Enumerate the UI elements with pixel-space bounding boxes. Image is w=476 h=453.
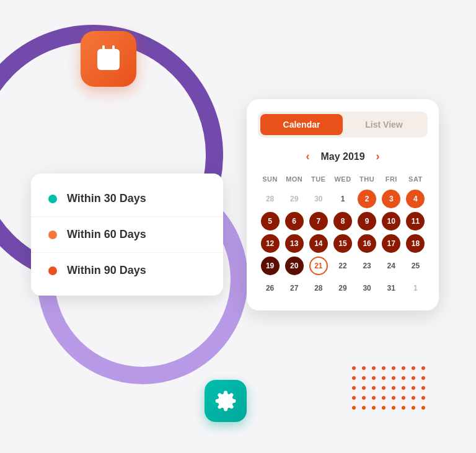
calendar-day[interactable]: 1	[406, 279, 425, 297]
dot	[402, 376, 405, 380]
prev-month-button[interactable]: ‹	[302, 149, 313, 164]
dot	[392, 396, 395, 400]
calendar-day[interactable]: 19	[261, 257, 280, 275]
dot	[402, 366, 405, 370]
calendar-day[interactable]: 5	[261, 212, 280, 231]
filter-label: Within 30 Days	[67, 192, 146, 205]
filter-label: Within 90 Days	[67, 264, 146, 277]
calendar-day[interactable]: 13	[285, 234, 304, 253]
calendar-cell: 11	[403, 210, 428, 232]
calendar-day[interactable]: 26	[261, 279, 280, 297]
dot	[352, 406, 356, 410]
dot	[392, 366, 395, 370]
calendar-cell: 30	[355, 277, 379, 299]
calendar-cell: 26	[258, 277, 282, 299]
calendar-day[interactable]: 10	[382, 212, 400, 231]
dot	[412, 376, 415, 380]
calendar-cell: 21	[306, 255, 330, 277]
settings-icon-badge	[205, 380, 247, 422]
dot	[372, 396, 376, 400]
calendar-icon-badge	[81, 31, 136, 87]
calendar-day[interactable]: 9	[358, 212, 376, 231]
list-view-button[interactable]: List View	[343, 114, 425, 135]
calendar-cell: 14	[306, 232, 330, 255]
calendar-cell: 5	[258, 210, 282, 232]
calendar-cell: 17	[379, 232, 403, 255]
dot	[352, 376, 356, 380]
filter-dot	[48, 266, 57, 275]
calendar-day[interactable]: 15	[333, 234, 352, 253]
toggle-bar: Calendar List View	[258, 112, 428, 138]
calendar-day[interactable]: 25	[406, 257, 425, 275]
dot	[421, 406, 425, 410]
calendar-day[interactable]: 30	[309, 190, 328, 208]
calendar-day[interactable]: 30	[358, 279, 376, 297]
dot	[412, 406, 415, 410]
calendar-day[interactable]: 24	[382, 257, 400, 275]
dot	[372, 406, 376, 410]
calendar-day[interactable]: 18	[406, 234, 425, 253]
calendar-cell: 29	[330, 277, 355, 299]
calendar-cell: 13	[282, 232, 306, 255]
calendar-day[interactable]: 12	[261, 234, 280, 253]
dot	[421, 396, 425, 400]
calendar-day[interactable]: 31	[382, 279, 400, 297]
calendar-day[interactable]: 17	[382, 234, 400, 253]
calendar-day[interactable]: 29	[285, 190, 304, 208]
filter-item-30days[interactable]: Within 30 Days	[31, 181, 223, 217]
weekday-header: WED	[330, 173, 355, 188]
calendar-day[interactable]: 8	[333, 212, 352, 231]
dot	[372, 366, 376, 370]
calendar-day[interactable]: 4	[406, 190, 425, 208]
calendar-day[interactable]: 22	[333, 257, 352, 275]
calendar-cell: 2	[355, 188, 379, 210]
calendar-cell: 15	[330, 232, 355, 255]
filter-card: Within 30 DaysWithin 60 DaysWithin 90 Da…	[31, 174, 223, 296]
calendar-day[interactable]: 29	[333, 279, 352, 297]
dot	[382, 366, 386, 370]
calendar-cell: 30	[306, 188, 330, 210]
calendar-day[interactable]: 14	[309, 234, 328, 253]
calendar-day[interactable]: 16	[358, 234, 376, 253]
calendar-cell: 16	[355, 232, 379, 255]
dot	[412, 366, 415, 370]
calendar-day[interactable]: 2	[358, 190, 376, 208]
weekday-header: SAT	[403, 173, 428, 188]
dot	[402, 406, 405, 410]
calendar-day[interactable]: 1	[333, 190, 352, 208]
calendar-week-row: 19202122232425	[258, 255, 428, 277]
calendar-cell: 28	[258, 188, 282, 210]
calendar-week-row: 2627282930311	[258, 277, 428, 299]
filter-item-90days[interactable]: Within 90 Days	[31, 253, 223, 288]
calendar-cell: 18	[403, 232, 428, 255]
calendar-day[interactable]: 3	[382, 190, 400, 208]
dots-pattern	[352, 366, 426, 416]
svg-rect-1	[97, 49, 120, 58]
calendar-week-row: 2829301234	[258, 188, 428, 210]
calendar-cell: 22	[330, 255, 355, 277]
calendar-cell: 10	[379, 210, 403, 232]
filter-item-60days[interactable]: Within 60 Days	[31, 217, 223, 253]
calendar-card: Calendar List View ‹ May 2019 › SUNMONTU…	[247, 99, 439, 310]
calendar-day[interactable]: 21	[309, 257, 328, 275]
calendar-day[interactable]: 11	[406, 212, 425, 231]
dot	[402, 386, 405, 390]
dot	[362, 376, 366, 380]
calendar-cell: 4	[403, 188, 428, 210]
calendar-day[interactable]: 28	[309, 279, 328, 297]
dot	[392, 376, 395, 380]
settings-icon	[214, 390, 237, 412]
calendar-cell: 6	[282, 210, 306, 232]
calendar-day[interactable]: 20	[285, 257, 304, 275]
next-month-button[interactable]: ›	[372, 149, 384, 164]
dot	[382, 396, 386, 400]
calendar-day[interactable]: 7	[309, 212, 328, 231]
calendar-day[interactable]: 23	[358, 257, 376, 275]
calendar-day[interactable]: 6	[285, 212, 304, 231]
calendar-day[interactable]: 28	[261, 190, 280, 208]
dot	[382, 386, 386, 390]
calendar-view-button[interactable]: Calendar	[260, 114, 343, 135]
calendar-week-row: 12131415161718	[258, 232, 428, 255]
dot	[412, 396, 415, 400]
calendar-day[interactable]: 27	[285, 279, 304, 297]
